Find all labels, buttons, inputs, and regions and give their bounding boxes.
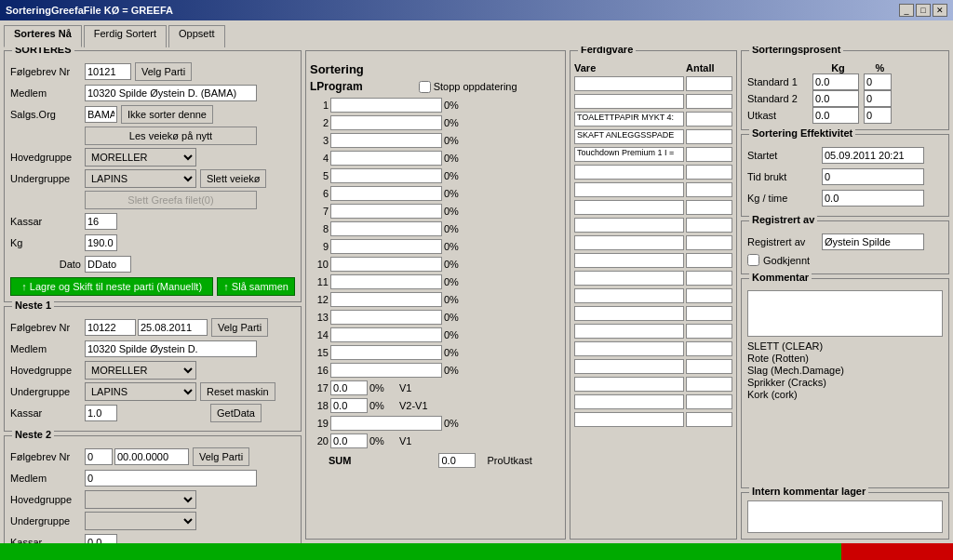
medlem-input[interactable] — [85, 85, 257, 101]
kgtime-label: Kg / time — [747, 193, 822, 204]
kommentar-panel: Kommentar SLETT (CLEAR)Rote (Rotten)Slag… — [741, 278, 949, 488]
startet-input[interactable] — [822, 147, 924, 164]
neste1-hg-select[interactable]: MORELLER — [85, 361, 196, 380]
neste1-folgebrev-input[interactable] — [85, 319, 136, 336]
godkjennt-checkbox[interactable] — [747, 254, 759, 266]
kgtime-input[interactable] — [822, 190, 924, 207]
tab-oppsett[interactable]: Oppsett — [168, 25, 225, 47]
sorting-pct-18: 0% — [369, 400, 397, 411]
ferdigvare-name-10 — [574, 253, 684, 268]
lagre-button[interactable]: ↑ Lagre og Skift til neste parti (Manuel… — [10, 277, 213, 296]
standard1-kg-input[interactable] — [812, 73, 859, 90]
ferdigvare-antall-9 — [686, 235, 732, 250]
kommentar-textarea[interactable] — [747, 290, 943, 337]
sorting-bar-container-5 — [330, 168, 442, 183]
sorting-header: Sortering — [310, 62, 561, 76]
dato-input[interactable] — [85, 256, 131, 273]
kommentar-title: Kommentar — [749, 272, 812, 283]
utkast-kg-input[interactable] — [812, 107, 859, 124]
sorting-row-19: 19 0% — [310, 415, 561, 432]
neste2-kassar-input[interactable] — [85, 534, 117, 543]
neste2-panel: Neste 2 Følgebrev Nr Velg Parti Medlem H… — [4, 435, 302, 543]
standard2-kg-input[interactable] — [812, 90, 859, 107]
kommentar-items: SLETT (CLEAR)Rote (Rotten)Slag (Mech.Dam… — [747, 340, 943, 400]
registrert-input[interactable] — [822, 233, 924, 250]
folgebrev-input[interactable] — [85, 63, 131, 80]
tab-sorteres-na[interactable]: Sorteres Nå — [4, 25, 82, 47]
ferdigvare-antall-2 — [686, 112, 732, 127]
neste2-folgebrev-input[interactable] — [85, 448, 113, 465]
medlem-label: Medlem — [10, 87, 85, 99]
neste2-hg-select[interactable] — [85, 490, 196, 509]
intern-textarea[interactable] — [747, 500, 943, 533]
ferdigvare-antall-19 — [686, 412, 732, 427]
kg-col-header: Kg — [812, 62, 864, 73]
sla-button[interactable]: ↑ Slå sammen — [217, 277, 295, 296]
minimize-button[interactable]: _ — [899, 4, 914, 17]
neste2-ug-select[interactable] — [85, 512, 196, 530]
sorting-row-6: 6 0% — [310, 185, 561, 202]
standard1-label: Standard 1 — [747, 73, 812, 90]
les-veiekø-button[interactable]: Les veiekø på nytt — [85, 127, 257, 145]
ferdigvare-name-9 — [574, 235, 684, 250]
slett-veiekø-button[interactable]: Slett veiekø — [200, 169, 266, 188]
close-button[interactable]: ✕ — [933, 4, 947, 17]
neste2-velg-parti-button[interactable]: Velg Parti — [193, 447, 249, 466]
sorting-num-19: 19 — [310, 418, 329, 429]
sorting-val-20[interactable] — [330, 433, 368, 448]
ikke-sorter-button[interactable]: Ikke sorter denne — [121, 105, 213, 124]
tid-input[interactable] — [822, 168, 924, 185]
sorting-bar-container-3 — [330, 133, 442, 148]
reset-button[interactable]: Reset maskin — [200, 382, 275, 401]
kommentar-item-4: Kork (cork) — [747, 389, 943, 400]
sum-label: SUM — [329, 455, 351, 466]
neste2-medlem-input[interactable] — [85, 470, 257, 487]
sorting-num-16: 16 — [310, 365, 329, 376]
ferdigvare-row-10 — [574, 252, 732, 269]
sorteringsprosent-table: Kg % Standard 1 Standard 2 Utkast — [747, 62, 896, 124]
sorting-val-18[interactable] — [330, 398, 368, 413]
sorting-val-17[interactable] — [330, 380, 368, 395]
sorting-pct-10: 0% — [444, 259, 472, 270]
ferdigvare-row-5 — [574, 164, 732, 180]
sorting-bar-container-1 — [330, 98, 442, 113]
getdata-button[interactable]: GetData — [210, 404, 262, 422]
neste1-ug-select[interactable]: LAPINS — [85, 382, 196, 401]
ferdigvare-row-13 — [574, 305, 732, 322]
kommentar-item-1: Rote (Rotten) — [747, 353, 943, 364]
ferdigvare-name-17 — [574, 377, 684, 392]
tab-ferdig-sortert[interactable]: Ferdig Sortert — [84, 25, 167, 47]
kassar-input[interactable] — [85, 213, 117, 230]
sorting-bar-container-9 — [330, 239, 442, 254]
ferdigvare-vare-header: Vare — [574, 62, 684, 73]
ferdigvare-row-6 — [574, 181, 732, 198]
sorting-bar-container-8 — [330, 221, 442, 236]
standard2-pct-input[interactable] — [864, 90, 892, 107]
kg-input[interactable] — [85, 234, 117, 251]
ferdigvare-antall-18 — [686, 394, 732, 409]
window-title: SorteringGreefaFile KØ = GREEFA — [6, 5, 173, 16]
ferdigvare-name-12 — [574, 288, 684, 303]
slett-greefa-button[interactable]: Slett Greefa filet(0) — [85, 191, 257, 209]
velg-parti-button[interactable]: Velg Parti — [135, 62, 192, 81]
standard1-pct-input[interactable] — [864, 73, 892, 90]
neste1-kassar-input[interactable] — [85, 405, 117, 421]
sum-input[interactable] — [438, 453, 476, 468]
sorting-title: Sortering — [310, 62, 364, 76]
sorting-num-1: 1 — [310, 100, 329, 111]
bottom-red — [841, 543, 953, 560]
hovedgruppe-select[interactable]: MORELLER — [85, 148, 196, 167]
slett-greefa-row: Slett Greefa filet(0) — [10, 191, 295, 209]
undergruppe-select[interactable]: LAPINS — [85, 169, 196, 188]
neste1-dato-input[interactable] — [138, 319, 208, 336]
salgsorg-input[interactable] — [85, 106, 117, 123]
utkast-pct-input[interactable] — [864, 107, 892, 124]
neste2-dato-input[interactable] — [114, 448, 189, 465]
neste2-ug-label: Undergruppe — [10, 515, 85, 527]
sorting-bar-container-15 — [330, 345, 442, 360]
neste1-medlem-input[interactable] — [85, 340, 257, 357]
sorting-row-15: 15 0% — [310, 344, 561, 361]
maximize-button[interactable]: □ — [916, 4, 931, 17]
neste1-velg-parti-button[interactable]: Velg Parti — [211, 318, 268, 337]
stopp-checkbox[interactable] — [419, 81, 431, 93]
